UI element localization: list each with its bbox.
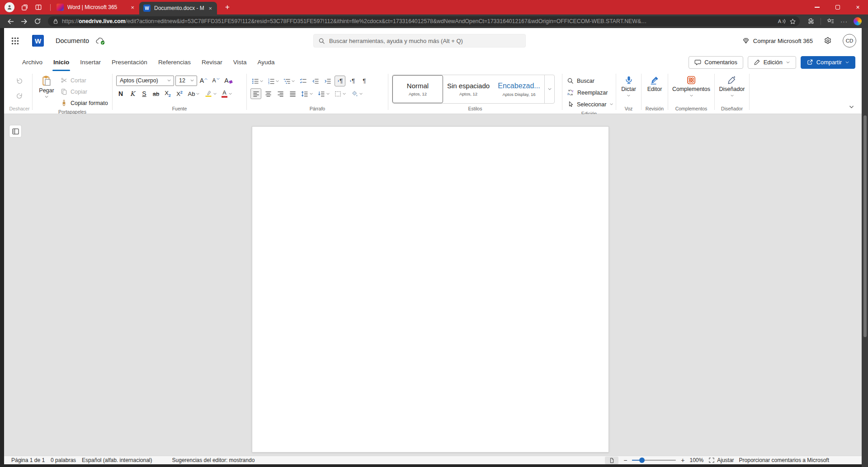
browser-profile-button[interactable] [5,2,14,12]
document-title[interactable]: Documento [56,37,89,44]
browser-tab-word-home[interactable]: Word | Microsoft 365 × [52,0,139,14]
redo-button[interactable] [14,91,25,101]
tab-revisar[interactable]: Revisar [196,53,228,71]
workspaces-icon[interactable] [21,4,28,11]
page-navigation-button[interactable] [9,125,22,138]
font-size-select[interactable]: 12 [175,76,197,86]
page-view-button[interactable] [605,457,618,464]
zoom-in-button[interactable]: + [681,457,684,464]
word-count-status[interactable]: 0 palabras [51,457,76,463]
settings-more-icon[interactable]: ··· [838,18,850,25]
collapse-ribbon-button[interactable] [849,104,854,110]
split-screen-icon[interactable] [35,4,42,11]
copilot-icon[interactable] [852,17,863,25]
increase-indent-button[interactable] [322,76,333,86]
settings-gear-icon[interactable] [824,37,832,45]
bold-button[interactable]: N [115,88,126,99]
search-input[interactable]: Buscar herramientas, ayuda y mucho más (… [313,34,526,48]
document-page[interactable] [252,126,609,453]
tab-referencias[interactable]: Referencias [153,53,196,71]
select-button[interactable]: Seleccionar [567,99,616,110]
favorites-icon[interactable] [825,18,836,25]
scrollbar[interactable] [862,28,868,467]
font-color-button[interactable]: A [219,88,235,99]
find-button[interactable]: Buscar [567,76,616,86]
designer-button[interactable]: Diseñador [715,75,749,98]
comments-button[interactable]: Comentarios [689,56,743,69]
url-text[interactable]: https://onedrive.live.com/edit?action=ed… [62,18,775,24]
zoom-slider-thumb[interactable] [639,457,645,463]
word-logo[interactable]: W [32,35,44,47]
editing-mode-button[interactable]: Edición [748,56,796,69]
share-button[interactable]: Compartir [801,56,855,69]
browser-tab-documento[interactable]: W Documento.docx - Microsoft Wor × [139,2,217,14]
numbered-list-button[interactable] [266,76,281,86]
ltr-direction-button[interactable]: ›¶ [335,76,345,86]
tab-ayuda[interactable]: Ayuda [252,53,280,71]
decrease-indent-button[interactable] [310,76,321,86]
align-left-button[interactable] [250,88,261,99]
justify-button[interactable] [287,88,298,99]
undo-button[interactable] [14,76,25,86]
scrollbar-thumb[interactable] [863,115,867,337]
checklist-button[interactable] [298,76,309,86]
style-normal[interactable]: NormalAptos, 12 [392,75,443,103]
language-status[interactable]: Español (alfab. internacional) [82,457,152,463]
zoom-level[interactable]: 100% [690,457,704,463]
tab-insertar[interactable]: Insertar [75,53,106,71]
close-window-button[interactable]: × [848,0,868,14]
saved-cloud-icon[interactable] [95,37,105,45]
grow-font-button[interactable]: A [198,75,209,86]
tab-close-icon[interactable]: × [208,5,213,11]
add-favorite-icon[interactable] [789,18,796,25]
addins-button[interactable]: Complementos [668,75,714,98]
multilevel-list-button[interactable] [282,76,297,86]
strikethrough-button[interactable]: ab [151,88,161,99]
replace-button[interactable]: Reemplazar [567,87,616,98]
feedback-link[interactable]: Proporcionar comentarios a Microsoft [739,457,829,463]
forward-button[interactable] [18,16,30,27]
show-formatting-marks-button[interactable]: ¶ [359,76,370,86]
fit-page-button[interactable]: Ajustar [708,457,734,463]
font-family-select[interactable]: Aptos (Cuerpo) [116,76,174,86]
paste-button[interactable]: Pegar [33,75,61,108]
bullet-list-button[interactable] [250,76,265,86]
account-avatar[interactable]: CD [843,34,856,48]
align-center-button[interactable] [263,88,274,99]
buy-microsoft365-button[interactable]: Comprar Microsoft 365 [742,37,813,44]
maximize-button[interactable] [827,0,848,14]
zoom-out-button[interactable]: − [623,457,627,464]
borders-button[interactable] [333,88,348,99]
tab-vista[interactable]: Vista [228,53,252,71]
underline-button[interactable]: S [139,88,150,99]
style-encabezado[interactable]: Encabezad...Aptos Display, 16 [494,75,544,103]
app-launcher-waffle-icon[interactable] [11,37,19,45]
new-tab-button[interactable]: + [222,3,232,12]
lock-icon[interactable] [52,18,59,24]
shrink-font-button[interactable]: A [211,75,222,86]
shading-button[interactable] [349,88,365,99]
tab-presentacion[interactable]: Presentación [106,53,153,71]
more-font-options-button[interactable]: Ab [186,88,202,99]
minimize-button[interactable] [807,0,827,14]
dictate-button[interactable]: Dictar [616,75,641,98]
subscript-button[interactable]: X2 [162,88,173,99]
refresh-button[interactable] [32,16,43,27]
page-count-status[interactable]: Página 1 de 1 [11,457,45,463]
line-spacing-button[interactable] [299,88,315,99]
editor-suggestions-status[interactable]: Sugerencias del editor: mostrando [172,457,255,463]
extensions-icon[interactable] [805,18,817,25]
italic-button[interactable]: K [127,88,138,99]
cut-button[interactable]: Cortar [61,76,108,85]
tab-close-icon[interactable]: × [130,5,135,10]
rtl-direction-button[interactable]: ‹¶ [347,76,358,86]
copy-button[interactable]: Copiar [61,87,108,96]
tab-archivo[interactable]: Archivo [17,53,48,71]
styles-gallery-expand-button[interactable] [544,75,554,103]
format-painter-button[interactable]: Copiar formato [61,98,108,108]
read-aloud-icon[interactable]: A [778,18,786,24]
back-button[interactable] [5,16,16,27]
paragraph-spacing-button[interactable] [316,88,331,99]
superscript-button[interactable]: X2 [174,88,185,99]
tab-inicio[interactable]: Inicio [48,53,75,71]
